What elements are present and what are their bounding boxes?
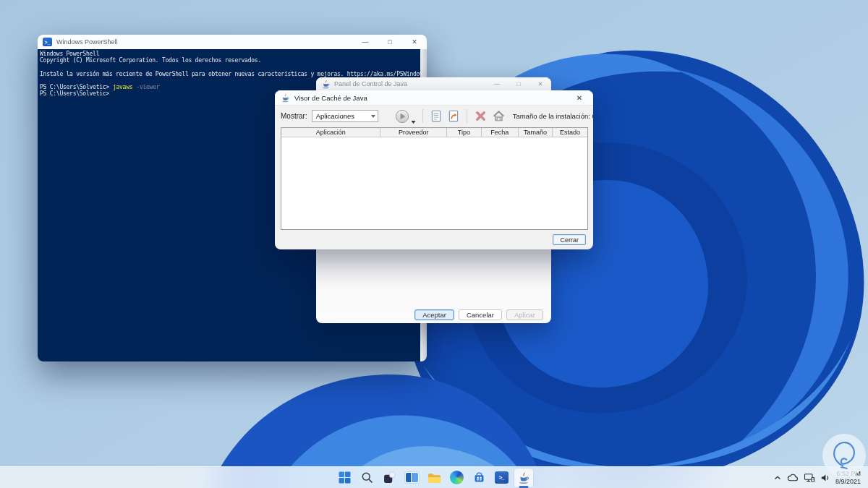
column-header-proveedor[interactable]: Proveedor: [380, 128, 447, 137]
powershell-titlebar[interactable]: >_ Windows PowerShell — □ ✕: [38, 35, 427, 49]
java-icon: [281, 93, 290, 103]
terminal-line: Windows PowerShell: [40, 51, 425, 57]
home-icon: [492, 109, 506, 123]
java-control-panel-title: Panel de Control de Java: [334, 80, 407, 87]
column-header-tamano[interactable]: Tamaño: [519, 128, 553, 137]
maximize-icon[interactable]: □: [508, 77, 529, 90]
taskbar: >_: [0, 466, 868, 488]
widgets-button[interactable]: [402, 468, 421, 487]
prompt-text: PS C:\Users\Solvetic>: [40, 84, 109, 90]
windows-start-icon: [339, 471, 351, 484]
prompt-text: PS C:\Users\Solvetic>: [40, 90, 109, 97]
close-icon[interactable]: ✕: [566, 90, 593, 105]
run-icon: [394, 108, 410, 124]
java-icon: [517, 471, 530, 484]
close-icon[interactable]: ✕: [402, 35, 427, 49]
task-view-icon: [383, 471, 396, 484]
toolbar-separator: [467, 109, 467, 123]
java-control-panel-titlebar[interactable]: Panel de Control de Java — □ ✕: [316, 77, 551, 90]
apply-button[interactable]: Aplicar: [506, 309, 543, 320]
powershell-window-title: Windows PowerShell: [56, 38, 118, 46]
edge-icon: [450, 471, 464, 484]
delete-button[interactable]: [474, 109, 488, 123]
task-view-button[interactable]: [380, 468, 399, 487]
minimize-icon[interactable]: —: [486, 77, 508, 90]
column-header-estado[interactable]: Estado: [553, 128, 587, 137]
delete-icon: [474, 109, 488, 123]
install-shortcut-icon: [447, 109, 460, 123]
cache-viewer-title: Visor de Caché de Java: [294, 94, 367, 102]
active-app-indicator: [519, 486, 529, 488]
column-header-aplicacion[interactable]: Aplicación: [281, 128, 380, 137]
table-header-row: Aplicación Proveedor Tipo Fecha Tamaño E…: [281, 128, 587, 137]
terminal-line: Copyright (C) Microsoft Corporation. Tod…: [40, 57, 425, 64]
export-icon: [430, 109, 443, 123]
show-select[interactable]: Aplicaciones: [312, 110, 378, 122]
export-button[interactable]: [430, 109, 443, 123]
cache-viewer-titlebar[interactable]: Visor de Caché de Java ✕: [275, 90, 593, 106]
edge-button[interactable]: [447, 468, 466, 487]
chevron-down-icon: [371, 115, 375, 118]
java-cache-viewer-dialog[interactable]: Visor de Caché de Java ✕ Mostrar: Aplica…: [275, 90, 593, 249]
powershell-icon: >_: [43, 38, 52, 46]
file-explorer-button[interactable]: [425, 468, 443, 487]
close-icon[interactable]: ✕: [529, 77, 551, 90]
java-taskbar-button[interactable]: [514, 468, 533, 487]
widgets-icon: [405, 472, 419, 483]
install-shortcut-button[interactable]: [447, 109, 460, 123]
start-button[interactable]: [335, 468, 354, 487]
lightbulb-doodle-icon: [825, 437, 863, 474]
command-argument: -viewer: [136, 84, 159, 90]
search-button[interactable]: [357, 468, 376, 487]
accept-button[interactable]: Aceptar: [414, 309, 454, 320]
microsoft-store-button[interactable]: [469, 468, 488, 487]
network-icon: [804, 473, 815, 483]
applications-table[interactable]: Aplicación Proveedor Tipo Fecha Tamaño E…: [281, 127, 588, 230]
network-tray-button[interactable]: [804, 473, 815, 483]
search-icon: [361, 471, 373, 484]
column-header-fecha[interactable]: Fecha: [482, 128, 519, 137]
powershell-taskbar-button[interactable]: >_: [492, 468, 511, 487]
terminal-blank-line: [40, 64, 425, 70]
home-button[interactable]: [492, 109, 506, 123]
maximize-icon[interactable]: □: [378, 35, 402, 49]
volume-tray-button[interactable]: [820, 474, 830, 482]
java-icon: [321, 80, 331, 89]
onedrive-tray-button[interactable]: [787, 474, 799, 482]
show-select-value: Aplicaciones: [316, 112, 354, 120]
cancel-button[interactable]: Cancelar: [459, 309, 502, 320]
toolbar-separator: [422, 109, 423, 123]
clock-date: 8/9/2021: [835, 478, 861, 486]
cloud-icon: [787, 474, 799, 482]
terminal-line: Instale la versión más reciente de Power…: [40, 71, 425, 77]
speaker-icon: [820, 474, 830, 482]
cache-viewer-toolbar: Mostrar: Aplicaciones: [275, 106, 593, 127]
hidden-icons-chevron[interactable]: [773, 474, 782, 482]
microsoft-store-icon: [473, 471, 485, 484]
powershell-icon: >_: [495, 471, 509, 484]
cerrar-button[interactable]: Cerrar: [553, 234, 586, 245]
command-text: javaws: [113, 84, 132, 90]
run-dropdown-icon: [411, 120, 416, 124]
show-label: Mostrar:: [281, 112, 307, 120]
file-explorer-icon: [427, 472, 441, 484]
minimize-icon[interactable]: —: [353, 35, 378, 49]
solvetic-watermark: [822, 434, 866, 477]
chevron-up-icon: [773, 474, 782, 482]
run-button[interactable]: [394, 108, 416, 124]
installation-size-status: Tamaño de la instalación: 0.0 KB - Tamañ…: [513, 112, 593, 120]
column-header-tipo[interactable]: Tipo: [447, 128, 481, 137]
